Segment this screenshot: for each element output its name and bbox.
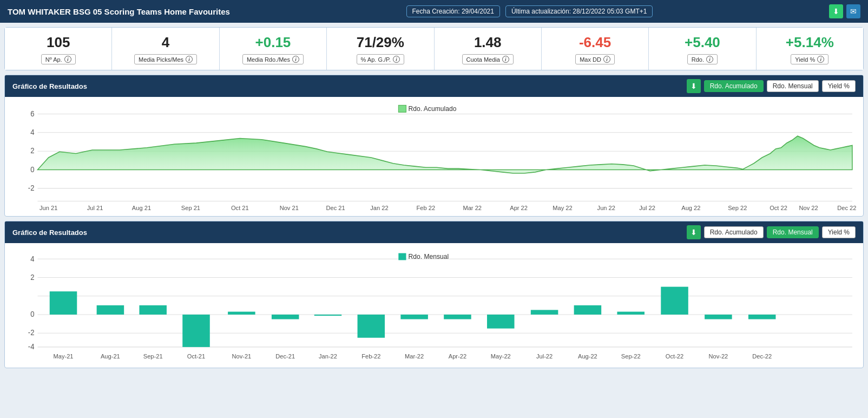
svg-text:Oct-21: Oct-21: [187, 353, 205, 360]
svg-text:Sep-22: Sep-22: [621, 353, 641, 360]
svg-text:Jul 21: Jul 21: [87, 205, 103, 211]
info-icon: i: [817, 56, 824, 63]
svg-text:2: 2: [30, 147, 34, 155]
download-header-button[interactable]: ⬇: [829, 4, 843, 18]
page-title: TOM WHITAKER BSG 05 Scoring Teams Home F…: [8, 7, 230, 16]
svg-text:May-22: May-22: [491, 353, 511, 360]
svg-rect-59: [705, 315, 732, 319]
stat-card: 1.48Cuota Media i: [435, 28, 542, 70]
svg-text:Jul 22: Jul 22: [639, 205, 655, 211]
chart2-controls: ⬇ Rdo. Acumulado Rdo. Mensual Yield %: [687, 225, 856, 239]
svg-text:-4: -4: [28, 343, 35, 351]
stat-label: Rdo. i: [687, 54, 718, 64]
svg-text:Nov 22: Nov 22: [799, 205, 818, 211]
stat-value: 105: [47, 34, 70, 51]
svg-text:Sep 22: Sep 22: [728, 205, 747, 211]
info-icon: i: [706, 56, 713, 63]
svg-text:Rdo. Acumulado: Rdo. Acumulado: [409, 105, 457, 113]
chart2-title: Gráfico de Resultados: [12, 228, 87, 237]
svg-text:Mar-22: Mar-22: [405, 353, 424, 360]
stats-row: 105Nº Ap. i4Media Picks/Mes i+0.15Media …: [4, 27, 864, 70]
stat-card: -6.45Max DD i: [542, 28, 649, 70]
chart1-section: Gráfico de Resultados ⬇ Rdo. Acumulado R…: [4, 75, 864, 217]
svg-text:6: 6: [30, 110, 34, 118]
mail-header-button[interactable]: ✉: [846, 4, 860, 18]
chart1-download-button[interactable]: ⬇: [687, 79, 701, 93]
stat-value: -6.45: [579, 34, 611, 51]
svg-text:Mar 22: Mar 22: [463, 205, 482, 211]
svg-rect-53: [444, 315, 471, 319]
svg-text:Apr 22: Apr 22: [510, 205, 528, 211]
svg-text:Aug 22: Aug 22: [681, 205, 700, 211]
svg-text:Feb 22: Feb 22: [417, 205, 436, 211]
chart1-btn-mensual[interactable]: Rdo. Mensual: [767, 80, 819, 92]
svg-text:Dec-21: Dec-21: [275, 353, 295, 360]
svg-rect-46: [139, 305, 167, 315]
ultima-actualizacion-badge: Última actualización: 28/12/2022 05:03 G…: [505, 5, 653, 17]
svg-text:Jan 22: Jan 22: [370, 205, 388, 211]
chart1-controls: ⬇ Rdo. Acumulado Rdo. Mensual Yield %: [687, 79, 856, 93]
svg-rect-49: [272, 315, 299, 319]
header-meta: Fecha Creación: 29/04/2021 Última actual…: [406, 5, 653, 17]
svg-text:Jun 22: Jun 22: [597, 205, 615, 211]
svg-rect-12: [398, 106, 406, 113]
stat-value: +5.14%: [786, 34, 834, 51]
svg-text:4: 4: [30, 254, 35, 263]
stat-card: 4Media Picks/Mes i: [112, 28, 219, 70]
svg-text:Oct 22: Oct 22: [770, 205, 787, 211]
svg-text:0: 0: [30, 310, 34, 318]
chart2-svg: 4 2 0 -2 -4: [10, 249, 858, 364]
stat-card: 71/29%% Ap. G./P. i: [327, 28, 434, 70]
svg-marker-11: [38, 136, 852, 173]
chart1-svg: 6 4 2 0 -2 Rdo. Acumulado Jun 21 Jul 21 …: [10, 102, 858, 213]
chart2-btn-mensual[interactable]: Rdo. Mensual: [767, 226, 819, 238]
stat-value: +0.15: [255, 34, 291, 51]
svg-text:-2: -2: [28, 184, 35, 192]
chart1-area: 6 4 2 0 -2 Rdo. Acumulado Jun 21 Jul 21 …: [5, 97, 863, 216]
svg-text:4: 4: [30, 128, 35, 136]
svg-text:Sep-21: Sep-21: [143, 353, 163, 360]
stat-value: +5.40: [685, 34, 720, 51]
chart2-btn-yield[interactable]: Yield %: [822, 226, 856, 238]
stat-value: 1.48: [474, 34, 502, 51]
page-header: TOM WHITAKER BSG 05 Scoring Teams Home F…: [0, 0, 868, 23]
svg-text:Aug 21: Aug 21: [132, 205, 151, 211]
svg-text:Nov 21: Nov 21: [280, 205, 299, 211]
stat-card: +5.14%Yield % i: [757, 28, 863, 70]
svg-text:Dec 22: Dec 22: [837, 205, 856, 211]
stat-label: Nº Ap. i: [41, 54, 76, 64]
stat-card: +0.15Media Rdo./Mes i: [220, 28, 327, 70]
fecha-creacion-badge: Fecha Creación: 29/04/2021: [406, 5, 500, 17]
svg-text:Nov-21: Nov-21: [232, 353, 251, 360]
chart2-section: Gráfico de Resultados ⬇ Rdo. Acumulado R…: [4, 221, 864, 368]
svg-rect-48: [228, 312, 255, 315]
stat-label: Media Rdo./Mes i: [242, 54, 304, 64]
svg-text:Dec-22: Dec-22: [752, 353, 772, 360]
svg-text:0: 0: [30, 166, 34, 174]
chart1-title: Gráfico de Resultados: [12, 82, 87, 90]
svg-rect-60: [748, 315, 776, 319]
chart1-btn-acumulado[interactable]: Rdo. Acumulado: [704, 80, 764, 92]
info-icon: i: [502, 56, 509, 63]
svg-rect-55: [531, 310, 558, 315]
svg-text:Sep 21: Sep 21: [181, 205, 200, 211]
stat-label: Max DD i: [575, 54, 615, 64]
svg-rect-58: [661, 287, 688, 315]
svg-rect-56: [574, 305, 602, 315]
svg-rect-57: [617, 312, 645, 315]
stat-label: Cuota Media i: [462, 54, 514, 64]
svg-text:Oct 21: Oct 21: [231, 205, 249, 211]
svg-text:Rdo. Mensual: Rdo. Mensual: [409, 253, 449, 260]
svg-text:May 22: May 22: [553, 205, 572, 211]
chart2-area: 4 2 0 -2 -4: [5, 243, 863, 368]
info-icon: i: [393, 56, 400, 63]
chart2-btn-acumulado[interactable]: Rdo. Acumulado: [704, 226, 764, 238]
chart1-btn-yield[interactable]: Yield %: [822, 80, 856, 92]
svg-rect-61: [398, 253, 406, 260]
stat-card: +5.40Rdo. i: [649, 28, 756, 70]
stat-value: 4: [162, 34, 169, 51]
svg-text:Aug-22: Aug-22: [578, 353, 597, 360]
chart2-download-button[interactable]: ⬇: [687, 225, 701, 239]
svg-rect-45: [97, 305, 124, 315]
stat-label: % Ap. G./P. i: [357, 54, 404, 64]
